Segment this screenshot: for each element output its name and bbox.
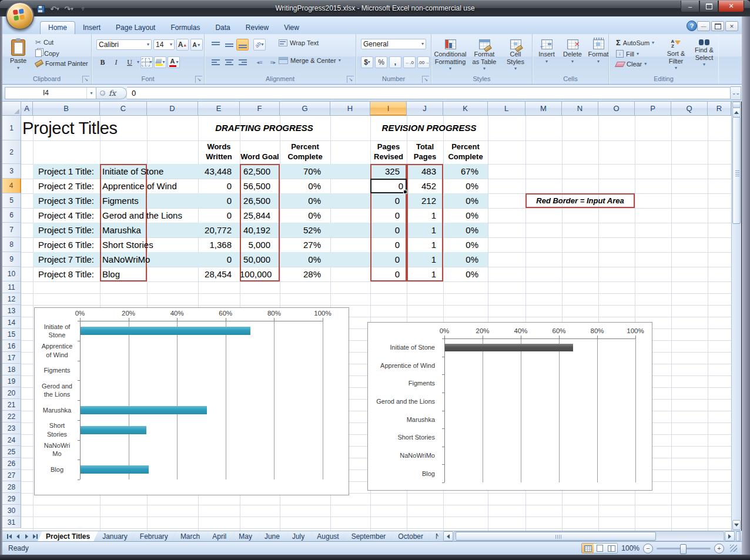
merge-center-button[interactable]: Merge & Center▾ bbox=[276, 56, 343, 65]
paste-button[interactable]: Paste ▾ bbox=[6, 37, 31, 71]
row-header-25[interactable]: 25 bbox=[2, 446, 21, 458]
align-right-button[interactable] bbox=[236, 56, 249, 68]
data-bar-blog[interactable] bbox=[81, 465, 149, 474]
scroll-left-button[interactable] bbox=[443, 531, 453, 541]
pages-revised-cell[interactable]: 0 bbox=[370, 208, 403, 223]
row-header-17[interactable]: 17 bbox=[2, 352, 21, 364]
column-header-N[interactable]: N bbox=[562, 102, 598, 116]
project-label[interactable]: Project 2 Title: bbox=[33, 179, 97, 193]
clear-button[interactable]: Clear▾ bbox=[614, 60, 657, 68]
project-title-cell[interactable]: Gerod and the Lions bbox=[102, 208, 182, 223]
fill-color-button[interactable]: ▾ bbox=[154, 56, 166, 68]
project-title-cell[interactable]: NaNoWriMo bbox=[102, 252, 150, 267]
sheet-tab-january[interactable]: January bbox=[94, 531, 136, 541]
row-header-6[interactable]: 6 bbox=[2, 208, 21, 223]
vertical-scroll-thumb[interactable] bbox=[732, 117, 741, 224]
selected-cell-I4[interactable]: 0 bbox=[370, 179, 407, 193]
column-header-L[interactable]: L bbox=[488, 102, 525, 116]
find-select-button[interactable]: Find & Select▾ bbox=[691, 37, 717, 71]
row-header-2[interactable]: 2 bbox=[2, 140, 21, 164]
column-header-F[interactable]: F bbox=[240, 102, 280, 116]
ribbon-tab-review[interactable]: Review bbox=[238, 22, 276, 34]
header-draft-percent[interactable]: Percent Complete bbox=[280, 140, 330, 164]
insert-function-button[interactable]: fx bbox=[96, 87, 127, 99]
words-written-cell[interactable]: 0 bbox=[198, 252, 236, 267]
sheet-tab-april[interactable]: April bbox=[204, 531, 235, 541]
row-header-16[interactable]: 16 bbox=[2, 340, 21, 352]
column-header-I[interactable]: I bbox=[370, 102, 407, 116]
maximize-button[interactable] bbox=[699, 1, 718, 12]
zoom-in-button[interactable]: + bbox=[714, 544, 724, 554]
sheet-tab-march[interactable]: March bbox=[172, 531, 208, 541]
scroll-up-button[interactable] bbox=[732, 108, 741, 118]
cut-button[interactable]: ✂Cut bbox=[33, 38, 91, 47]
column-header-J[interactable]: J bbox=[407, 102, 443, 116]
project-label[interactable]: Project 4 Title: bbox=[33, 208, 97, 223]
ribbon-tab-home[interactable]: Home bbox=[40, 21, 75, 34]
clipboard-dialog-launcher[interactable]: ↘ bbox=[82, 76, 89, 83]
total-pages-cell[interactable]: 1 bbox=[407, 223, 440, 237]
name-box[interactable]: I4 ▾ bbox=[5, 87, 96, 99]
data-bar-initiate-of-stone[interactable] bbox=[81, 327, 250, 335]
draft-percent-cell[interactable]: 27% bbox=[280, 237, 326, 252]
rev-percent-cell[interactable]: 0% bbox=[443, 208, 483, 223]
row-header-9[interactable]: 9 bbox=[2, 252, 21, 267]
font-size-select[interactable]: 14▾ bbox=[153, 39, 175, 50]
word-goal-cell[interactable]: 25,844 bbox=[240, 208, 275, 223]
workbook-minimize-button[interactable]: — bbox=[697, 21, 710, 31]
delete-cells-button[interactable]: ✕ Delete▾ bbox=[561, 37, 584, 64]
header-word-goal[interactable]: Word Goal bbox=[240, 140, 280, 164]
sheet-tab-september[interactable]: September bbox=[343, 531, 394, 541]
sheet-tab-june[interactable]: June bbox=[256, 531, 288, 541]
tab-split-handle[interactable] bbox=[736, 531, 741, 541]
project-title-cell[interactable]: Short Stories bbox=[102, 237, 153, 252]
formula-input[interactable]: 0 bbox=[127, 87, 731, 99]
draft-percent-cell[interactable]: 70% bbox=[280, 164, 326, 179]
project-label[interactable]: Project 7 Title: bbox=[33, 252, 97, 267]
number-format-select[interactable]: General▾ bbox=[361, 39, 426, 49]
project-title-cell[interactable]: Marushka bbox=[102, 223, 141, 237]
font-dialog-launcher[interactable]: ↘ bbox=[195, 76, 202, 83]
total-pages-cell[interactable]: 452 bbox=[407, 179, 440, 193]
words-written-cell[interactable]: 1,368 bbox=[198, 237, 236, 252]
word-goal-cell[interactable]: 40,192 bbox=[240, 223, 275, 237]
horizontal-scroll-thumb[interactable] bbox=[456, 532, 656, 541]
row-header-12[interactable]: 12 bbox=[2, 293, 21, 305]
format-cells-button[interactable]: Format▾ bbox=[587, 37, 610, 64]
number-dialog-launcher[interactable]: ↘ bbox=[422, 76, 429, 83]
words-written-cell[interactable]: 43,448 bbox=[198, 164, 236, 179]
column-header-C[interactable]: C bbox=[100, 102, 147, 116]
row-header-27[interactable]: 27 bbox=[2, 470, 21, 481]
row-header-19[interactable]: 19 bbox=[2, 375, 21, 387]
pages-revised-cell[interactable]: 0 bbox=[370, 223, 403, 237]
autosum-button[interactable]: ΣAutoSum▾ bbox=[614, 38, 657, 48]
close-button[interactable]: ✕ bbox=[718, 1, 744, 12]
spreadsheet-grid[interactable]: ABCDEFGHIJKLMNOPQR1234567891011121314151… bbox=[2, 102, 731, 531]
word-goal-cell[interactable]: 62,500 bbox=[240, 164, 275, 179]
row-header-10[interactable]: 10 bbox=[2, 267, 21, 281]
borders-button[interactable]: ▾ bbox=[140, 56, 153, 68]
header-total-pages[interactable]: Total Pages bbox=[407, 140, 443, 164]
sheet-tab-project-titles[interactable]: Project Titles bbox=[38, 531, 98, 541]
sheet-tab-may[interactable]: May bbox=[230, 531, 260, 541]
pages-revised-cell[interactable]: 0 bbox=[370, 252, 403, 267]
ribbon-tab-page-layout[interactable]: Page Layout bbox=[108, 22, 163, 34]
horizontal-scrollbar[interactable] bbox=[443, 531, 742, 541]
font-family-select[interactable]: Calibri▾ bbox=[96, 39, 152, 50]
ribbon-tab-formulas[interactable]: Formulas bbox=[163, 22, 207, 34]
word-goal-cell[interactable]: 5,000 bbox=[240, 237, 275, 252]
accounting-format-button[interactable]: $▾ bbox=[361, 56, 373, 68]
word-goal-cell[interactable]: 26,500 bbox=[240, 193, 275, 208]
rev-percent-cell[interactable]: 0% bbox=[443, 252, 483, 267]
italic-button[interactable]: I bbox=[110, 56, 122, 68]
project-label[interactable]: Project 1 Title: bbox=[33, 164, 97, 179]
cell-styles-button[interactable]: Cell Styles▾ bbox=[502, 37, 529, 71]
rev-percent-cell[interactable]: 0% bbox=[443, 223, 483, 237]
bold-button[interactable]: B bbox=[96, 56, 109, 68]
sheet-tab-october[interactable]: October bbox=[390, 531, 431, 541]
column-header-O[interactable]: O bbox=[598, 102, 635, 116]
page-break-view-button[interactable] bbox=[605, 544, 617, 553]
ribbon-tab-view[interactable]: View bbox=[276, 22, 307, 34]
next-sheet-button[interactable] bbox=[22, 532, 31, 541]
rev-percent-cell[interactable]: 0% bbox=[443, 193, 483, 208]
